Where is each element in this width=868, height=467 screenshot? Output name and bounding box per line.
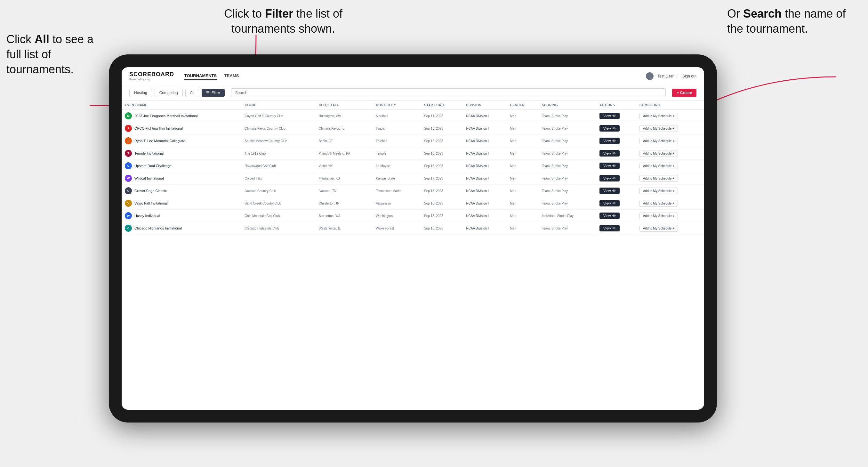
add-to-schedule-button[interactable]: Add to My Schedule + (640, 200, 678, 207)
add-to-schedule-button[interactable]: Add to My Schedule + (640, 163, 678, 169)
table-row: T Temple Invitational The 1912 Club Plym… (122, 147, 704, 160)
scoring-cell: Team, Stroke Play (539, 135, 596, 147)
scoring-cell: Team, Stroke Play (539, 222, 596, 235)
start-date-cell: Sep 18, 2023 (421, 185, 463, 197)
venue-cell: Jackson Country Club (241, 185, 315, 197)
hosted-by-cell: Valparaiso (373, 197, 421, 210)
annotation-all: Click All to see a full list of tourname… (6, 32, 96, 77)
view-button[interactable]: View 👁 (599, 200, 620, 207)
create-button[interactable]: + Create (672, 89, 696, 97)
sign-out-link[interactable]: Sign out (682, 74, 696, 79)
add-to-schedule-button[interactable]: Add to My Schedule + (640, 188, 678, 194)
view-button[interactable]: View 👁 (599, 113, 620, 119)
competing-cell: Add to My Schedule + (636, 210, 704, 222)
team-logo: T (125, 150, 132, 157)
table-row: I OFCC Fighting Illini Invitational Olym… (122, 122, 704, 135)
view-button[interactable]: View 👁 (599, 125, 620, 131)
division-cell: NCAA Division I (463, 135, 507, 147)
team-logo: G (125, 187, 132, 194)
gender-cell: Men (507, 160, 539, 172)
view-button[interactable]: View 👁 (599, 175, 620, 182)
add-to-schedule-button[interactable]: Add to My Schedule + (640, 113, 678, 119)
table-row: C Chicago Highlands Invitational Chicago… (122, 222, 704, 235)
scoring-cell: Team, Stroke Play (539, 185, 596, 197)
city-state-cell: Westchester, IL (316, 222, 373, 235)
view-button[interactable]: View 👁 (599, 213, 620, 219)
event-name-cell: V Valpo Fall Invitational (122, 197, 241, 210)
gender-cell: Men (507, 197, 539, 210)
division-cell: NCAA Division I (463, 147, 507, 160)
start-date-cell: Sep 16, 2023 (421, 147, 463, 160)
event-name: Upstate Dual Challenge (134, 164, 172, 168)
competing-tab[interactable]: Competing (155, 89, 183, 97)
nav-tab-tournaments[interactable]: TOURNAMENTS (184, 72, 217, 80)
city-state-cell: Plymouth Meeting, PA (316, 147, 373, 160)
division-cell: NCAA Division I (463, 185, 507, 197)
col-hosted-by: HOSTED BY (373, 101, 421, 110)
actions-cell: View 👁 (596, 122, 636, 135)
scoring-cell: Team, Stroke Play (539, 122, 596, 135)
add-to-schedule-button[interactable]: Add to My Schedule + (640, 150, 678, 157)
actions-cell: View 👁 (596, 172, 636, 185)
app-logo: SCOREBOARD (129, 71, 174, 78)
start-date-cell: Sep 18, 2023 (421, 210, 463, 222)
division-cell: NCAA Division I (463, 122, 507, 135)
search-input[interactable] (231, 88, 666, 97)
competing-cell: Add to My Schedule + (636, 185, 704, 197)
table-header-row: EVENT NAME VENUE CITY, STATE HOSTED BY S… (122, 101, 704, 110)
venue-cell: Sand Creek Country Club (241, 197, 315, 210)
event-name-cell: C Chicago Highlands Invitational (122, 222, 241, 235)
city-state-cell: Olympia Fields, IL (316, 122, 373, 135)
hosted-by-cell: Illinois (373, 122, 421, 135)
actions-cell: View 👁 (596, 185, 636, 197)
view-button[interactable]: View 👁 (599, 150, 620, 157)
view-button[interactable]: View 👁 (599, 188, 620, 194)
eye-icon: 👁 (612, 189, 616, 193)
table-row: F Ryan T. Lee Memorial Collegiate Shuttl… (122, 135, 704, 147)
eye-icon: 👁 (612, 214, 616, 218)
scoring-cell: Team, Stroke Play (539, 160, 596, 172)
filter-button[interactable]: ☰ Filter (202, 89, 225, 97)
actions-cell: View 👁 (596, 197, 636, 210)
filter-label: Filter (212, 91, 220, 95)
col-venue: VENUE (241, 101, 315, 110)
event-name: Husky Individual (134, 214, 160, 218)
nav-tab-teams[interactable]: TEAMS (224, 72, 239, 80)
team-logo: W (125, 175, 132, 182)
app-header: SCOREBOARD Powered by cliqd TOURNAMENTS … (122, 67, 704, 85)
hosted-by-cell: Kansas State (373, 172, 421, 185)
gender-cell: Men (507, 210, 539, 222)
view-button[interactable]: View 👁 (599, 137, 620, 144)
table-row: M 2023 Joe Feaganes Marshall Invitationa… (122, 110, 704, 122)
hosted-by-cell: Temple (373, 147, 421, 160)
tablet-screen: SCOREBOARD Powered by cliqd TOURNAMENTS … (122, 67, 704, 410)
actions-cell: View 👁 (596, 160, 636, 172)
event-name: Valpo Fall Invitational (134, 201, 168, 205)
event-name: 2023 Joe Feaganes Marshall Invitational (134, 114, 198, 118)
col-division: DIVISION (463, 101, 507, 110)
add-to-schedule-button[interactable]: Add to My Schedule + (640, 125, 678, 132)
event-name: OFCC Fighting Illini Invitational (134, 126, 183, 130)
competing-cell: Add to My Schedule + (636, 110, 704, 122)
hosting-tab[interactable]: Hosting (129, 89, 152, 97)
actions-cell: View 👁 (596, 135, 636, 147)
hosted-by-cell: Wake Forest (373, 222, 421, 235)
actions-cell: View 👁 (596, 222, 636, 235)
add-to-schedule-button[interactable]: Add to My Schedule + (640, 137, 678, 144)
all-tab[interactable]: All (185, 89, 199, 97)
event-name: Wildcat Invitational (134, 176, 164, 180)
competing-cell: Add to My Schedule + (636, 135, 704, 147)
main-nav: TOURNAMENTS TEAMS (184, 72, 646, 80)
view-button[interactable]: View 👁 (599, 225, 620, 231)
hosted-by-cell: Washington (373, 210, 421, 222)
scoring-cell: Team, Stroke Play (539, 147, 596, 160)
add-to-schedule-button[interactable]: Add to My Schedule + (640, 213, 678, 219)
add-to-schedule-button[interactable]: Add to My Schedule + (640, 225, 678, 232)
annotation-search: Or Search the name of the tournament. (727, 6, 849, 36)
venue-cell: Shuttle Meadow Country Club (241, 135, 315, 147)
team-logo: M (125, 112, 132, 119)
add-to-schedule-button[interactable]: Add to My Schedule + (640, 175, 678, 182)
view-button[interactable]: View 👁 (599, 163, 620, 169)
start-date-cell: Sep 16, 2023 (421, 135, 463, 147)
competing-cell: Add to My Schedule + (636, 122, 704, 135)
